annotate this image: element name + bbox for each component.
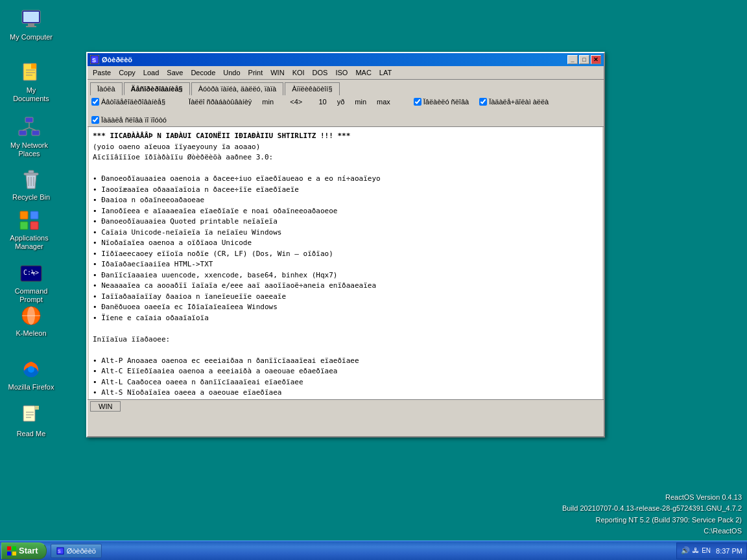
content-line: (yoio oaeno aïeuoa ïïyaeyouny ïa aoaao) [93, 142, 599, 153]
maximize-button[interactable]: □ [579, 55, 589, 64]
menu-save[interactable]: Save [163, 67, 187, 78]
svg-line-13 [23, 128, 29, 130]
svg-rect-44 [12, 552, 16, 555]
volume-icon[interactable]: 🔊 [681, 546, 690, 555]
start-icon [7, 546, 16, 555]
main-window: S Øòèðëèö _ □ ✕ Paste Copy Load Save Dec… [86, 52, 605, 438]
content-line: • Alt-C Eïïeðïaaiea oaenoa a eeeiaiðà a … [93, 366, 599, 377]
statusbar: WIN [88, 399, 604, 413]
menu-paste[interactable]: Paste [89, 67, 115, 78]
version-line2: Build 20210707-0.4.13-release-28-g572439… [562, 503, 742, 515]
checkbox-nooaioa[interactable]: Ïàäàëå+äîëàì àëëà [479, 98, 549, 106]
taskbar-window-button[interactable]: S Øòèðëèö [51, 544, 102, 558]
desktop-icon-my-documents[interactable]: My Documents [5, 58, 57, 106]
desktop-icon-read-me[interactable]: Read Me [5, 402, 57, 441]
svg-rect-2 [28, 23, 34, 26]
readme-icon [19, 404, 43, 428]
desktop-icon-k-meleon[interactable]: K-Meleon [5, 301, 57, 340]
tab-2[interactable]: Äåñîðèðîâàíèå§ [124, 82, 190, 95]
menu-print[interactable]: Print [244, 67, 267, 78]
version-line1: ReactOS Version 0.4.13 [562, 492, 742, 504]
desktop-icon-apps-manager[interactable]: Applications Manager [3, 206, 55, 253]
menu-dos[interactable]: DOS [309, 67, 332, 78]
documents-icon [19, 61, 43, 84]
titlebar-buttons: _ □ ✕ [567, 55, 601, 64]
svg-rect-11 [32, 130, 40, 135]
content-line: Aïcïïâïïïoe ïðïàðàïïu Øòèðëèöà aaðnee 3.… [93, 152, 599, 163]
desktop-icon-label: Read Me [17, 430, 46, 438]
tab-bar: Ïàóëà Äåñîðèðîâàíèå§ Àóòðà ïàïéà, äàëëó,… [88, 80, 604, 95]
menu-undo[interactable]: Undo [219, 67, 244, 78]
svg-line-14 [29, 128, 36, 130]
svg-rect-24 [30, 222, 38, 229]
checkbox-last[interactable]: Ïàäàëå ñëîâà ïî ïîóòó [91, 116, 167, 124]
svg-rect-21 [20, 211, 28, 219]
network-status-icon: 🖧 [693, 547, 699, 554]
tab-4[interactable]: Àïïëèêàöèîí§ [285, 82, 339, 95]
content-line: • Ðanïïcïaaaiea uuencode, xxencode, base… [93, 270, 599, 281]
desktop-icon-label: My Documents [8, 86, 54, 103]
systray: 🔊 🖧 EN 8:37 PM [676, 542, 747, 559]
content-line: • Caïaia Unicode-neïaïeïa ïa neïaïeu Win… [93, 228, 599, 239]
menu-decode[interactable]: Decode [187, 67, 219, 78]
content-line: • Alt-P Anoaaea oaenoa ec eeeiaiðaa n ða… [93, 356, 599, 367]
content-line: • Iaooïæaaïea oðaaaïaïoia n ðacee÷ïïe eï… [93, 185, 599, 196]
svg-rect-33 [23, 406, 35, 421]
menu-koi[interactable]: KOI [289, 67, 309, 78]
window-task-icon: S [56, 547, 64, 555]
menu-mac[interactable]: MAC [351, 67, 375, 78]
titlebar: S Øòèðëèö _ □ ✕ [88, 53, 604, 66]
desktop-icon-network-places[interactable]: My Network Places [3, 113, 55, 161]
status-win-button[interactable]: WIN [90, 401, 121, 412]
desktop-icon-my-computer[interactable]: My Computer [5, 5, 57, 44]
menu-load[interactable]: Load [139, 67, 163, 78]
svg-rect-10 [19, 130, 27, 135]
language-indicator[interactable]: EN [702, 547, 711, 554]
checkbox-ii[interactable]: Ïâëàèëó ñëîâà [414, 98, 469, 106]
desktop-icon-command-prompt[interactable]: C:\> Command Prompt [5, 259, 57, 307]
minimize-button[interactable]: _ [567, 55, 578, 64]
desktop-icon-recycle-bin[interactable]: Recycle Bin [5, 165, 57, 204]
tab-1[interactable]: Ïàóëà [90, 82, 123, 95]
menu-lat[interactable]: LAT [375, 67, 396, 78]
desktop-icon-label: Recycle Bin [12, 193, 50, 202]
svg-point-32 [28, 366, 34, 373]
svg-text:S: S [58, 549, 61, 554]
desktop-icon-label: Applications Manager [6, 234, 53, 251]
tab-3[interactable]: Àóòðà ïàïéà, äàëëó, ïàïà [191, 82, 284, 95]
svg-rect-35 [35, 406, 39, 410]
clock: 8:37 PM [716, 547, 742, 555]
menu-iso[interactable]: ISO [331, 67, 351, 78]
computer-icon [19, 8, 43, 31]
desktop-icon-firefox[interactable]: Mozilla Firefox [5, 355, 57, 394]
content-line: • Ðanoeoðïauaaiea Quoted printable neïaï… [93, 216, 599, 228]
close-button[interactable]: ✕ [591, 55, 601, 64]
start-button[interactable]: Start [1, 542, 47, 559]
window-icon: S [90, 55, 99, 64]
content-line: • Iðaïaðaecïaaiïea HTML->TXT [93, 259, 599, 270]
svg-rect-3 [26, 26, 36, 27]
svg-rect-5 [31, 64, 36, 69]
menu-copy[interactable]: Copy [115, 67, 139, 78]
content-line: • Ðaaioa n oðaïneeoaðaoeae [93, 195, 599, 206]
svg-rect-43 [7, 552, 11, 555]
svg-rect-1 [23, 12, 39, 22]
content-line: • Alt-L Caaðocea oaeea n ðanïïcïaaaïeai … [93, 377, 599, 388]
network-icon [18, 116, 41, 139]
checkbox-autodecode[interactable]: Àâòîäåêîäèðîâàíèå§ [91, 98, 165, 106]
content-area[interactable]: *** IICAÐÀÀÅÂÞ N IAÐÀUI CAIONËII IÐIAÐÀI… [89, 127, 602, 399]
svg-rect-23 [20, 222, 28, 229]
content-line: • Ianoðïeea e aïaaaeaïea eïaeðïaïe e noa… [93, 206, 599, 217]
k-meleon-icon [19, 304, 43, 327]
content-line: • Alt-S Nïoðaïaïea oaeea a oaeouae eïaeð… [93, 388, 599, 399]
menu-win[interactable]: WIN [267, 67, 288, 78]
content-line: • Ïïene e caïaia oðaaïaïoïa [93, 313, 599, 324]
svg-rect-9 [25, 117, 33, 122]
firefox-icon [19, 358, 43, 381]
content-line: *** IICAÐÀÀÅÂÞ N IAÐÀUI CAIONËII IÐIAÐÀI… [93, 131, 599, 142]
desktop-icon-label: Mozilla Firefox [8, 383, 54, 391]
svg-rect-22 [30, 211, 38, 219]
svg-rect-42 [12, 546, 16, 550]
desktop-icon-label: My Network Places [6, 141, 53, 158]
version-line3: Reporting NT 5.2 (Build 3790: Service Pa… [562, 515, 742, 526]
